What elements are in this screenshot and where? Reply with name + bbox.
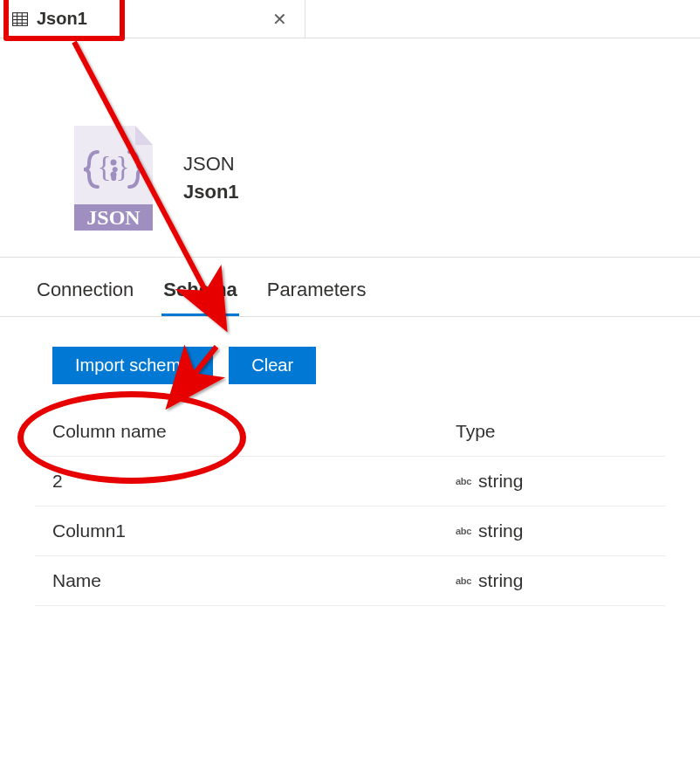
annotation-arrow-2 [0,0,700,758]
svg-line-12 [172,347,216,402]
